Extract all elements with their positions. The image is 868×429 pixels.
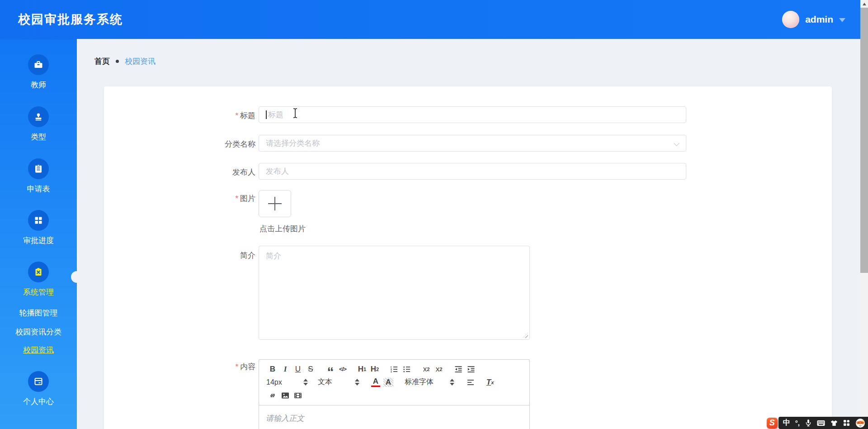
sidebar-item-application[interactable]: 申请表 xyxy=(0,158,77,194)
breadcrumb-home[interactable]: 首页 xyxy=(94,56,110,67)
underline-button[interactable]: U xyxy=(292,364,304,375)
indent-button[interactable] xyxy=(465,364,477,375)
sidebar-subitem-news-category[interactable]: 校园资讯分类 xyxy=(0,327,77,337)
publisher-label: 发布人 xyxy=(104,167,255,177)
sidebar-item-system[interactable]: 系统管理 xyxy=(0,262,77,297)
sidebar-item-label: 教师 xyxy=(31,80,46,90)
ime-punctuation-indicator[interactable]: °, xyxy=(795,419,800,427)
indent-icon xyxy=(467,365,475,373)
sidebar-item-label: 个人中心 xyxy=(23,396,54,407)
username: admin xyxy=(805,14,833,25)
form-card: *标题 标题 分类名称 请选择分类名称 发布人 发布人 *图片 点击上传图片 xyxy=(104,86,832,429)
category-select[interactable]: 请选择分类名称 xyxy=(259,135,686,152)
ordered-list-button[interactable] xyxy=(388,364,401,375)
breadcrumb: 首页 校园资讯 xyxy=(94,56,156,67)
background-color-button[interactable]: A xyxy=(382,377,395,388)
updown-arrows-icon xyxy=(450,379,454,386)
publisher-placeholder: 发布人 xyxy=(266,166,289,176)
code-block-button[interactable]: </> xyxy=(336,364,349,375)
outdent-button[interactable] xyxy=(452,364,465,375)
scroll-up-arrow[interactable] xyxy=(860,0,868,8)
sidebar-item-progress[interactable]: 审批进度 xyxy=(0,210,77,246)
breadcrumb-dot xyxy=(116,60,119,63)
link-button[interactable] xyxy=(266,390,279,401)
sidebar-item-teacher[interactable]: 教师 xyxy=(0,54,77,90)
sidebar-item-label: 审批进度 xyxy=(23,235,54,246)
text-caret xyxy=(266,110,267,119)
grid-icon xyxy=(28,210,49,231)
avatar[interactable] xyxy=(782,11,799,28)
user-menu[interactable]: admin xyxy=(782,0,845,39)
resize-handle[interactable] xyxy=(523,333,528,338)
sidebar-item-label: 申请表 xyxy=(27,184,50,194)
title-input[interactable]: 标题 xyxy=(259,106,686,123)
chevron-down-icon xyxy=(839,18,845,22)
intro-placeholder: 简介 xyxy=(266,252,281,260)
system-clipboard-icon xyxy=(28,262,49,282)
sidebar-subitem-news[interactable]: 校园资讯 xyxy=(0,345,77,355)
text-color-button[interactable]: A xyxy=(369,377,382,388)
italic-button[interactable]: I xyxy=(279,364,292,375)
keyboard-icon[interactable] xyxy=(817,420,825,426)
scrollbar xyxy=(860,0,868,429)
sidebar-subitem-carousel[interactable]: 轮播图管理 xyxy=(0,308,77,318)
intro-label: 简介 xyxy=(104,250,255,261)
video-button[interactable] xyxy=(292,390,304,401)
updown-arrows-icon xyxy=(303,379,308,386)
ime-toolbar: S 中 °, xyxy=(767,417,868,429)
clear-format-button[interactable]: Tx xyxy=(484,377,496,388)
required-mark: * xyxy=(235,362,238,371)
editor-content-area[interactable]: 请输入正文 xyxy=(259,405,529,429)
intro-textarea[interactable]: 简介 xyxy=(259,246,530,340)
toolbox-grid-icon[interactable] xyxy=(843,419,850,426)
sidebar-item-type[interactable]: 类型 xyxy=(0,106,77,142)
editor-toolbar: B I U S “ </> H1 H2 xyxy=(259,360,529,405)
active-item-notch xyxy=(71,271,83,283)
heading1-button[interactable]: H1 xyxy=(356,364,368,375)
sidebar-item-label: 类型 xyxy=(31,132,46,142)
plus-icon xyxy=(268,197,282,210)
ordered-list-icon xyxy=(390,365,398,373)
image-upload-button[interactable] xyxy=(259,190,291,217)
align-button[interactable] xyxy=(464,377,477,388)
bold-button[interactable]: B xyxy=(266,364,279,375)
bullet-list-icon xyxy=(403,365,411,373)
sidebar-item-profile[interactable]: 个人中心 xyxy=(0,371,77,407)
image-icon xyxy=(281,391,289,400)
profile-card-icon xyxy=(28,371,49,392)
clipboard-icon xyxy=(28,158,49,179)
breadcrumb-current[interactable]: 校园资讯 xyxy=(125,56,156,67)
category-placeholder: 请选择分类名称 xyxy=(266,138,320,148)
sidebar-item-label: 系统管理 xyxy=(23,287,54,297)
rich-text-editor: B I U S “ </> H1 H2 xyxy=(259,359,530,429)
heading2-button[interactable]: H2 xyxy=(368,364,381,375)
main-content: 首页 校园资讯 *标题 标题 分类名称 请选择分类名称 发布人 发布人 *图片 xyxy=(77,39,868,429)
publisher-input[interactable]: 发布人 xyxy=(259,163,686,180)
sogou-logo-icon[interactable]: S xyxy=(767,418,778,429)
subscript-button[interactable]: x2 xyxy=(420,364,433,375)
blockquote-button[interactable]: “ xyxy=(324,361,336,377)
ime-lang-indicator[interactable]: 中 xyxy=(783,418,790,428)
editor-placeholder: 请输入正文 xyxy=(266,414,304,423)
required-mark: * xyxy=(235,111,238,120)
category-label: 分类名称 xyxy=(104,139,255,149)
scrollbar-thumb[interactable] xyxy=(860,8,868,273)
sogou-mascot-icon[interactable] xyxy=(855,418,866,429)
sidebar: 教师 类型 申请表 xyxy=(0,39,77,429)
content-label: *内容 xyxy=(104,362,255,372)
title-placeholder: 标题 xyxy=(268,110,283,120)
align-left-icon xyxy=(467,378,475,386)
superscript-button[interactable]: x2 xyxy=(433,364,445,375)
link-icon xyxy=(269,391,277,400)
image-label: *图片 xyxy=(104,193,255,204)
bullet-list-button[interactable] xyxy=(401,364,413,375)
text-type-select[interactable]: 文本 xyxy=(318,377,359,388)
skin-tshirt-icon[interactable] xyxy=(830,419,838,427)
required-mark: * xyxy=(235,194,238,203)
font-family-select[interactable]: 标准字体 xyxy=(405,377,454,388)
image-button[interactable] xyxy=(279,390,292,401)
microphone-icon[interactable] xyxy=(805,419,812,427)
strikethrough-button[interactable]: S xyxy=(304,364,317,375)
video-icon xyxy=(294,391,302,400)
font-size-select[interactable]: 14px xyxy=(266,377,308,388)
